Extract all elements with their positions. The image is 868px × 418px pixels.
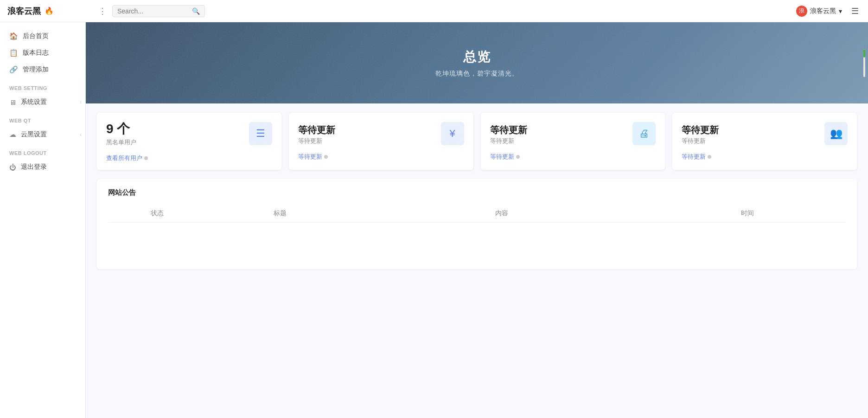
stat-icon-box-3: 🖨	[632, 122, 656, 145]
table-empty	[108, 223, 846, 260]
link-label-3: 等待更新	[490, 153, 514, 161]
hero-subtitle: 乾坤琉璃色，碧宇凝清光。	[435, 70, 519, 78]
link-dot	[144, 156, 148, 160]
stat-card-3: 等待更新 等待更新 🖨 等待更新	[481, 113, 665, 170]
cloud-icon: ☁	[9, 130, 16, 139]
sidebar: 🏠 后台首页 📋 版本日志 🔗 管理添加 WEB SETTING 🖥 系统设置 …	[0, 22, 86, 418]
topnav-right: 浪 浪客云黑 ▾ ☰	[796, 4, 861, 18]
stat-value-4: 等待更新	[682, 125, 719, 135]
stat-label-2: 等待更新	[298, 137, 335, 145]
stat-card-4: 等待更新 等待更新 👥 等待更新	[672, 113, 857, 170]
search-input[interactable]	[117, 7, 189, 15]
stat-card-top-4: 等待更新 等待更新 👥	[682, 122, 848, 145]
chevron-down-icon: ▾	[839, 7, 842, 15]
sidebar-item-label: 云黑设置	[21, 130, 47, 139]
scroll-indicator	[863, 49, 865, 77]
content-area: 网站公告 状态 标题 内容 时间	[86, 179, 868, 418]
stat-info-4: 等待更新 等待更新	[682, 122, 719, 145]
stat-card-link[interactable]: 查看所有用户	[106, 154, 272, 162]
sidebar-item-dashboard[interactable]: 🏠 后台首页	[0, 28, 85, 45]
scroll-indicator-bar	[863, 49, 865, 58]
flame-icon: 🔥	[45, 6, 54, 15]
changelog-icon: 📋	[9, 49, 18, 57]
stat-card-link-4[interactable]: 等待更新	[682, 153, 848, 161]
link-dot-4	[708, 155, 711, 159]
hero-banner: 总览 乾坤琉璃色，碧宇凝清光。	[86, 22, 868, 103]
stat-icon-box-2: ¥	[441, 122, 464, 145]
col-status: 状态	[108, 209, 206, 218]
manage-icon: 🔗	[9, 65, 18, 74]
search-icon: 🔍	[192, 7, 200, 15]
page-layout: 🏠 后台首页 📋 版本日志 🔗 管理添加 WEB SETTING 🖥 系统设置 …	[0, 22, 868, 418]
announcements-card: 网站公告 状态 标题 内容 时间	[97, 179, 857, 269]
brand-name: 浪客云黑	[7, 6, 41, 17]
home-icon: 🏠	[9, 32, 18, 40]
sidebar-item-system-settings[interactable]: 🖥 系统设置 ‹	[0, 94, 85, 110]
sidebar-section-web-qt: WEB QT ☁ 云黑设置 ‹	[0, 110, 85, 143]
sidebar-section-label-webqt: WEB QT	[0, 110, 85, 126]
stat-info-2: 等待更新 等待更新	[298, 122, 335, 145]
link-label-4: 等待更新	[682, 153, 706, 161]
col-time: 时间	[649, 209, 846, 218]
sidebar-item-cloud-settings[interactable]: ☁ 云黑设置 ‹	[0, 126, 85, 143]
sidebar-item-label: 退出登录	[21, 163, 47, 171]
chevron-right-icon: ‹	[80, 99, 82, 105]
sidebar-item-label: 管理添加	[23, 65, 49, 74]
hero-title: 总览	[463, 48, 491, 66]
sidebar-item-logout[interactable]: ⏻ 退出登录	[0, 159, 85, 175]
brand-logo: 浪客云黑 🔥	[7, 6, 91, 17]
stats-row: 9 个 黑名单用户 ☰ 查看所有用户 等待更新 等待更新	[86, 103, 868, 179]
stat-label: 黑名单用户	[106, 138, 136, 147]
sidebar-item-manage-add[interactable]: 🔗 管理添加	[0, 61, 85, 78]
avatar: 浪	[796, 6, 807, 17]
chevron-right-icon-2: ‹	[80, 131, 82, 138]
stat-card-top: 9 个 黑名单用户 ☰	[106, 122, 272, 147]
stat-label-4: 等待更新	[682, 137, 719, 145]
stat-card-2: 等待更新 等待更新 ¥ 等待更新	[289, 113, 473, 170]
sidebar-section-logout: WEB LOGOUT ⏻ 退出登录	[0, 143, 85, 175]
sidebar-item-label: 后台首页	[23, 32, 49, 40]
search-box: 🔍	[112, 5, 205, 17]
printer-icon: 🖨	[639, 128, 649, 140]
user-menu[interactable]: 浪 浪客云黑 ▾	[796, 6, 842, 17]
col-content: 内容	[354, 209, 649, 218]
stat-value-3: 等待更新	[490, 125, 527, 135]
sidebar-section-web-setting: WEB SETTING 🖥 系统设置 ‹	[0, 78, 85, 110]
sidebar-item-changelog[interactable]: 📋 版本日志	[0, 45, 85, 61]
stat-info-3: 等待更新 等待更新	[490, 122, 527, 145]
link-dot-3	[516, 155, 520, 159]
hamburger-button[interactable]: ☰	[849, 4, 861, 18]
link-label-2: 等待更新	[298, 153, 322, 161]
stat-label-3: 等待更新	[490, 137, 527, 145]
sidebar-section-main: 🏠 后台首页 📋 版本日志 🔗 管理添加	[0, 28, 85, 78]
main-content: 总览 乾坤琉璃色，碧宇凝清光。 9 个 黑名单用户 ☰	[86, 22, 868, 418]
stat-icon-box-4: 👥	[824, 122, 848, 145]
users-icon: 👥	[830, 128, 842, 140]
sidebar-section-label-logout: WEB LOGOUT	[0, 143, 85, 159]
power-icon: ⏻	[9, 163, 16, 171]
stat-card-blacklist: 9 个 黑名单用户 ☰ 查看所有用户	[97, 113, 281, 170]
col-title: 标题	[206, 209, 354, 218]
sidebar-section-label-websetting: WEB SETTING	[0, 78, 85, 94]
sidebar-item-label: 系统设置	[21, 98, 47, 106]
list-icon: ☰	[256, 128, 265, 140]
announcements-title: 网站公告	[108, 188, 846, 197]
stat-card-top-2: 等待更新 等待更新 ¥	[298, 122, 464, 145]
user-label: 浪客云黑	[810, 7, 836, 15]
table-header: 状态 标题 内容 时间	[108, 205, 846, 223]
stat-value: 9 个	[106, 122, 136, 136]
link-dot-2	[324, 155, 328, 159]
stat-card-top-3: 等待更新 等待更新 🖨	[490, 122, 656, 145]
stat-info: 9 个 黑名单用户	[106, 122, 136, 147]
monitor-icon: 🖥	[9, 98, 16, 106]
top-navigation: 浪客云黑 🔥 ⋮ 🔍 浪 浪客云黑 ▾ ☰	[0, 0, 868, 22]
stat-icon-box: ☰	[249, 122, 272, 145]
stat-card-link-3[interactable]: 等待更新	[490, 153, 656, 161]
stat-value-2: 等待更新	[298, 125, 335, 135]
sidebar-item-label: 版本日志	[23, 49, 49, 57]
stat-card-link-2[interactable]: 等待更新	[298, 153, 464, 161]
menu-dots-button[interactable]: ⋮	[95, 4, 110, 18]
link-label: 查看所有用户	[106, 154, 142, 162]
yen-icon: ¥	[449, 128, 455, 140]
